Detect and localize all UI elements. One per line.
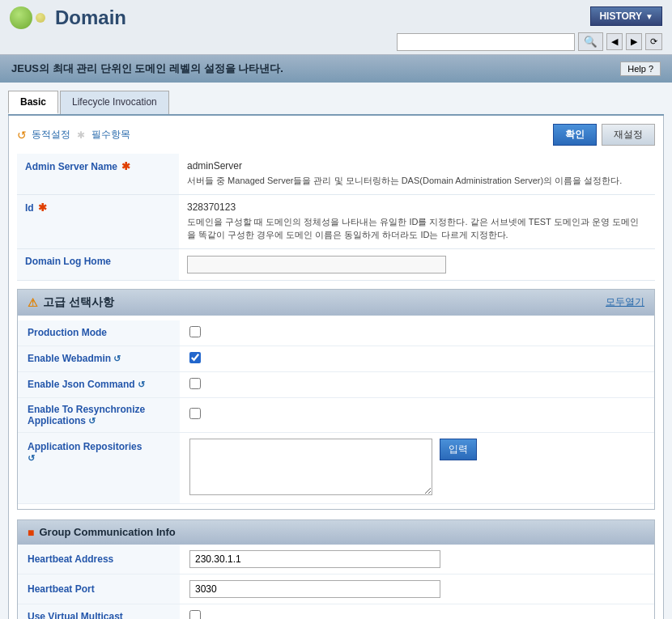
nav-back-button[interactable]: ◀ bbox=[606, 33, 623, 50]
enable-resync-label-cell: Enable To Resynchronize Applications ↺ bbox=[18, 397, 180, 432]
tab-lifecycle-invocation[interactable]: Lifecycle Invocation bbox=[60, 91, 169, 114]
heartbeat-address-row: Heartbeat Address bbox=[18, 545, 654, 574]
tab-basic-label: Basic bbox=[20, 96, 46, 108]
enable-webadmin-label-cell: Enable Webadmin ↺ bbox=[18, 346, 180, 371]
admin-server-name-row: Admin Server Name ✱ adminServer 서버들 중 Ma… bbox=[17, 154, 655, 194]
enable-resync-checkbox[interactable] bbox=[189, 408, 201, 419]
logo-area: Domain bbox=[10, 6, 126, 29]
arrow-right-icon: ▶ bbox=[631, 36, 637, 46]
production-mode-value-cell bbox=[180, 320, 654, 346]
heartbeat-address-value-cell bbox=[180, 545, 654, 574]
arrow-left-icon: ◀ bbox=[611, 36, 618, 46]
content-area: ↺ 동적설정 ✱ 필수항목 확인 재설정 Admin Server Name ✱… bbox=[8, 116, 664, 619]
toolbar: ↺ 동적설정 ✱ 필수항목 확인 재설정 bbox=[17, 124, 655, 146]
tab-lifecycle-label: Lifecycle Invocation bbox=[72, 96, 157, 108]
advanced-header: ⚠ 고급 선택사항 모두열기 bbox=[18, 290, 654, 316]
refresh-button[interactable]: ⟳ bbox=[645, 33, 662, 50]
logo-circle-green bbox=[10, 6, 32, 29]
group-communication-title: Group Communication Info bbox=[39, 526, 175, 538]
help-button[interactable]: Help ? bbox=[620, 61, 661, 76]
search-icon: 🔍 bbox=[584, 36, 598, 48]
banner-text: JEUS의 최대 관리 단위인 도메인 레벨의 설정을 나타낸다. bbox=[11, 61, 283, 76]
history-button[interactable]: HISTORY ▼ bbox=[590, 6, 662, 26]
enable-resync-value-cell bbox=[180, 397, 654, 432]
app-repositories-label: Application Repositories bbox=[28, 441, 170, 452]
id-desc: 도메인을 구성할 때 도메인의 정체성을 나타내는 유일한 ID를 지정한다. … bbox=[187, 215, 647, 242]
use-virtual-multicast-row: Use Virtual Multicast bbox=[18, 604, 654, 619]
admin-server-name-label-cell: Admin Server Name ✱ bbox=[17, 154, 179, 194]
chevron-down-icon: ▼ bbox=[645, 12, 653, 21]
use-virtual-multicast-value-cell bbox=[180, 604, 654, 619]
tab-basic[interactable]: Basic bbox=[8, 91, 58, 114]
enable-json-command-checkbox[interactable] bbox=[189, 378, 201, 389]
production-mode-label: Production Mode bbox=[28, 327, 107, 338]
required-label: 필수항목 bbox=[91, 128, 130, 142]
advanced-title: ⚠ 고급 선택사항 bbox=[28, 295, 114, 310]
use-virtual-multicast-checkbox[interactable] bbox=[189, 610, 201, 620]
use-virtual-multicast-label-cell: Use Virtual Multicast bbox=[18, 604, 180, 619]
toolbar-right: 확인 재설정 bbox=[553, 124, 655, 146]
heartbeat-address-label-cell: Heartbeat Address bbox=[18, 545, 180, 574]
advanced-section: ⚠ 고급 선택사항 모두열기 Production Mode bbox=[17, 289, 655, 510]
nav-forward-button[interactable]: ▶ bbox=[626, 33, 642, 50]
page-header: Domain HISTORY ▼ 🔍 ◀ ▶ ⟳ bbox=[0, 0, 672, 55]
admin-server-name-value-cell: adminServer 서버들 중 Managed Server들을 관리 및 … bbox=[179, 154, 655, 194]
heartbeat-port-input[interactable] bbox=[189, 580, 440, 598]
logo-circle-yellow bbox=[36, 13, 45, 23]
required-star-admin: ✱ bbox=[121, 160, 130, 172]
confirm-button[interactable]: 확인 bbox=[553, 124, 597, 146]
use-virtual-multicast-label: Use Virtual Multicast bbox=[28, 611, 123, 619]
search-button[interactable]: 🔍 bbox=[578, 32, 603, 51]
history-label: HISTORY bbox=[599, 11, 642, 22]
enable-webadmin-row: Enable Webadmin ↺ bbox=[18, 346, 654, 371]
advanced-icon: ⚠ bbox=[28, 296, 38, 309]
admin-server-name-value: adminServer bbox=[187, 160, 647, 172]
enable-webadmin-label: Enable Webadmin bbox=[28, 353, 111, 364]
help-label: Help ? bbox=[627, 64, 653, 74]
group-form-table: Heartbeat Address Heartbeat Port bbox=[18, 545, 654, 620]
group-icon: ■ bbox=[28, 526, 34, 539]
heartbeat-address-input[interactable] bbox=[189, 550, 440, 568]
main-content: Basic Lifecycle Invocation ↺ 동적설정 ✱ 필수항목… bbox=[0, 83, 672, 619]
production-mode-label-cell: Production Mode bbox=[18, 320, 180, 346]
enable-webadmin-value-cell bbox=[180, 346, 654, 371]
webadmin-refresh-icon[interactable]: ↺ bbox=[113, 354, 121, 363]
enable-json-command-label: Enable Json Command bbox=[28, 379, 135, 390]
domain-log-home-label: Domain Log Home bbox=[25, 256, 111, 267]
page-title: Domain bbox=[55, 6, 126, 29]
enable-resync-label: Enable To Resynchronize Applications bbox=[28, 404, 145, 426]
app-repositories-label-cell: Application Repositories ↺ bbox=[18, 432, 180, 503]
app-repos-refresh-icon[interactable]: ↺ bbox=[28, 453, 35, 463]
search-input[interactable] bbox=[397, 33, 575, 51]
group-communication-section: ■ Group Communication Info Heartbeat Add… bbox=[17, 519, 655, 620]
reset-button[interactable]: 재설정 bbox=[602, 124, 655, 146]
tab-bar: Basic Lifecycle Invocation bbox=[8, 91, 664, 116]
resync-refresh-icon[interactable]: ↺ bbox=[88, 416, 96, 426]
expand-all-button[interactable]: 모두열기 bbox=[606, 295, 644, 309]
group-communication-header: ■ Group Communication Info bbox=[18, 520, 654, 545]
logo-circles bbox=[10, 6, 45, 29]
dynamic-setting-label: 동적설정 bbox=[32, 128, 70, 142]
json-command-refresh-icon[interactable]: ↺ bbox=[138, 379, 145, 389]
app-repositories-textarea[interactable] bbox=[189, 439, 432, 495]
enable-webadmin-checkbox[interactable] bbox=[189, 352, 201, 363]
domain-log-home-input[interactable] bbox=[187, 256, 446, 273]
advanced-form-table: Production Mode Enable Webadmin ↺ bbox=[18, 320, 654, 504]
enable-json-command-value-cell bbox=[180, 371, 654, 397]
id-value: 328370123 bbox=[187, 201, 647, 213]
id-label-cell: Id ✱ bbox=[17, 194, 179, 248]
group-communication-body: Heartbeat Address Heartbeat Port bbox=[18, 545, 654, 620]
heartbeat-port-label-cell: Heartbeat Port bbox=[18, 574, 180, 604]
enable-json-command-label-cell: Enable Json Command ↺ bbox=[18, 371, 180, 397]
domain-log-home-label-cell: Domain Log Home bbox=[17, 248, 179, 280]
heartbeat-port-value-cell bbox=[180, 574, 654, 604]
production-mode-checkbox[interactable] bbox=[189, 326, 201, 337]
toolbar-left: ↺ 동적설정 ✱ 필수항목 bbox=[17, 128, 130, 142]
banner: JEUS의 최대 관리 단위인 도메인 레벨의 설정을 나타낸다. Help ? bbox=[0, 55, 672, 83]
app-repositories-input-button[interactable]: 입력 bbox=[440, 439, 477, 460]
heartbeat-port-row: Heartbeat Port bbox=[18, 574, 654, 604]
refresh-icon: ⟳ bbox=[650, 36, 657, 46]
enable-resync-row: Enable To Resynchronize Applications ↺ bbox=[18, 397, 654, 432]
basic-form-table: Admin Server Name ✱ adminServer 서버들 중 Ma… bbox=[17, 154, 655, 281]
search-bar: 🔍 ◀ ▶ ⟳ bbox=[397, 32, 662, 51]
